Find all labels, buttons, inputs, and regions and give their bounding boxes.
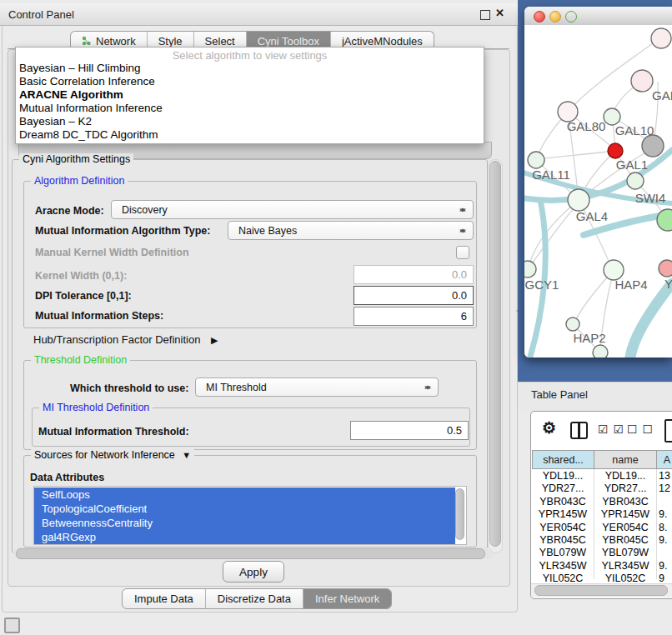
- zoom-traffic-light[interactable]: [565, 11, 577, 22]
- mi-algorithm-type-select[interactable]: Naive Bayes: [228, 221, 474, 240]
- table-cell[interactable]: YER054C: [594, 522, 656, 534]
- apply-button[interactable]: Apply: [223, 561, 284, 582]
- kernel-width-field[interactable]: 0.0: [354, 265, 474, 284]
- table-cell[interactable]: 8.: [659, 522, 672, 534]
- which-threshold-select[interactable]: MI Threshold: [195, 378, 439, 397]
- gear-icon[interactable]: ⚙: [542, 418, 556, 438]
- sources-legend-toggle[interactable]: Sources for Network Inference ▼: [31, 449, 194, 461]
- network-canvas[interactable]: GAL80 GAL10 GAL1 GAL11 SWI4 GAL4 GCY1 HA…: [524, 25, 672, 358]
- cyni-algorithm-settings-legend: Cyni Algorithm Settings: [19, 153, 133, 165]
- table-row[interactable]: YPR145W YPR145W 9.: [531, 508, 672, 521]
- collapsed-panel-icon[interactable]: [4, 618, 20, 633]
- float-window-icon[interactable]: [480, 10, 490, 20]
- threshold-definition-legend: Threshold Definition: [31, 354, 130, 366]
- attr-list-vscrollbar-thumb[interactable]: [455, 488, 464, 540]
- table-row[interactable]: YBR045C YBR045C 9.: [531, 534, 672, 547]
- node-gcy1[interactable]: [524, 261, 536, 278]
- table-row[interactable]: YER054C YER054C 8.: [531, 522, 672, 534]
- table-cell[interactable]: YBR043C: [594, 496, 656, 508]
- table-cell[interactable]: 12: [659, 482, 672, 495]
- mi-steps-label: Mutual Information Steps:: [35, 310, 163, 322]
- node-gal11[interactable]: [528, 152, 544, 168]
- network-view-window: GAL80 GAL10 GAL1 GAL11 SWI4 GAL4 GCY1 HA…: [524, 7, 672, 358]
- table-cell[interactable]: YDR27...: [532, 482, 594, 495]
- column-header-shared-name[interactable]: shared...: [532, 450, 594, 469]
- table-cell[interactable]: [659, 547, 672, 559]
- table-row[interactable]: YLR345W YLR345W 9.: [531, 560, 672, 572]
- table-cell[interactable]: YPR145W: [532, 508, 594, 521]
- algorithm-option-bayesian-k2[interactable]: Bayesian – K2: [19, 115, 478, 128]
- table-cell[interactable]: 13: [659, 470, 672, 482]
- attr-item-selfloops[interactable]: SelfLoops: [34, 488, 455, 502]
- manual-kernel-width-checkbox[interactable]: [456, 246, 469, 259]
- table-cell[interactable]: YBR045C: [594, 534, 656, 547]
- algorithm-option-bayesian-hill-climbing[interactable]: Bayesian – Hill Climbing: [19, 62, 478, 75]
- mi-threshold-field[interactable]: 0.5: [350, 421, 469, 440]
- table-cell[interactable]: YBR043C: [532, 496, 594, 508]
- table-row[interactable]: YBL079W YBL079W: [531, 547, 672, 559]
- algorithm-option-mutual-information[interactable]: Mutual Information Inference: [19, 102, 478, 115]
- table-window: ⚙ ☑ ☑ ☐ ☐ shared... name A YDL19... YDL1…: [530, 411, 672, 599]
- node-gal10[interactable]: [604, 108, 620, 125]
- new-table-icon[interactable]: [664, 419, 672, 442]
- screen: Control Panel ✕ Network Style Select Cyn…: [0, 0, 672, 635]
- node-green-right[interactable]: [657, 209, 672, 231]
- network-window-titlebar[interactable]: [524, 7, 672, 26]
- algorithm-popup-placeholder: Select algorithm to view settings: [16, 49, 484, 62]
- algorithm-option-basic-correlation[interactable]: Basic Correlation Inference: [19, 75, 478, 88]
- select-columns-checked-icon[interactable]: ☑ ☑: [598, 422, 624, 436]
- table-cell[interactable]: YDR27...: [594, 482, 656, 495]
- table-cell[interactable]: [659, 496, 672, 508]
- node-unlabeled-top[interactable]: [651, 28, 671, 48]
- table-row[interactable]: YBR043C YBR043C: [531, 496, 672, 508]
- network-tab-icon: [82, 36, 92, 46]
- label-swi4: SWI4: [635, 191, 666, 205]
- table-cell[interactable]: YLR345W: [594, 560, 656, 572]
- node-pink-right[interactable]: [659, 260, 672, 277]
- node-hap2[interactable]: [566, 318, 579, 331]
- minimize-traffic-light[interactable]: [549, 11, 561, 22]
- close-traffic-light[interactable]: [534, 11, 545, 22]
- aracne-mode-select[interactable]: Discovery: [111, 200, 474, 219]
- tab-discretize-data[interactable]: Discretize Data: [206, 589, 303, 608]
- node-bottom-partial[interactable]: [593, 345, 608, 358]
- table-cell[interactable]: YLR345W: [532, 560, 594, 572]
- dpi-tolerance-field[interactable]: 0.0: [354, 286, 474, 305]
- node-gal-clipped[interactable]: [631, 70, 653, 92]
- table-cell[interactable]: YDL19...: [594, 470, 656, 482]
- mi-threshold-definition-legend: MI Threshold Definition: [39, 402, 153, 413]
- table-cell[interactable]: 9.: [659, 508, 672, 521]
- table-cell[interactable]: YBR045C: [532, 534, 594, 547]
- table-row[interactable]: YDL19... YDL19... 13: [531, 470, 672, 482]
- tab-infer-network[interactable]: Infer Network: [303, 589, 391, 608]
- attr-item-gal4rgexp[interactable]: gal4RGexp: [34, 530, 455, 544]
- node-gray[interactable]: [642, 135, 664, 157]
- node-gal4[interactable]: [568, 189, 589, 211]
- table-cell[interactable]: YPR145W: [594, 508, 656, 521]
- settings-vscrollbar-thumb[interactable]: [489, 161, 501, 547]
- table-cell[interactable]: YBL079W: [532, 547, 594, 559]
- hub-definition-toggle[interactable]: Hub/Transcription Factor Definition ▶: [33, 333, 218, 346]
- algorithm-option-dream8[interactable]: Dream8 DC_TDC Algorithm: [19, 128, 478, 142]
- table-cell[interactable]: 9.: [659, 534, 672, 547]
- table-cell[interactable]: YBL079W: [594, 547, 656, 559]
- select-columns-unchecked-icon[interactable]: ☐ ☐: [627, 422, 654, 436]
- mi-steps-field[interactable]: 6: [354, 307, 474, 326]
- table-cell[interactable]: YDL19...: [532, 470, 594, 482]
- split-view-icon[interactable]: [570, 422, 588, 439]
- attr-item-betweennesscentrality[interactable]: BetweennessCentrality: [34, 516, 455, 530]
- close-icon[interactable]: ✕: [495, 7, 504, 19]
- aracne-mode-value: Discovery: [122, 204, 168, 216]
- table-cell[interactable]: 9.: [659, 560, 672, 572]
- table-row[interactable]: YDR27... YDR27... 12: [531, 482, 672, 495]
- settings-hscrollbar-thumb[interactable]: [16, 548, 485, 559]
- table-cell[interactable]: YER054C: [532, 522, 594, 534]
- column-header-clipped[interactable]: A: [656, 450, 672, 469]
- table-hscrollbar-thumb[interactable]: [534, 585, 668, 596]
- algorithm-option-aracne[interactable]: ARACNE Algorithm: [19, 88, 478, 102]
- attr-item-topologicalcoefficient[interactable]: TopologicalCoefficient: [34, 502, 455, 516]
- node-swi4[interactable]: [627, 172, 644, 189]
- column-header-name[interactable]: name: [594, 450, 657, 469]
- tab-impute-data[interactable]: Impute Data: [123, 589, 206, 608]
- node-gal1-red[interactable]: [608, 143, 623, 158]
